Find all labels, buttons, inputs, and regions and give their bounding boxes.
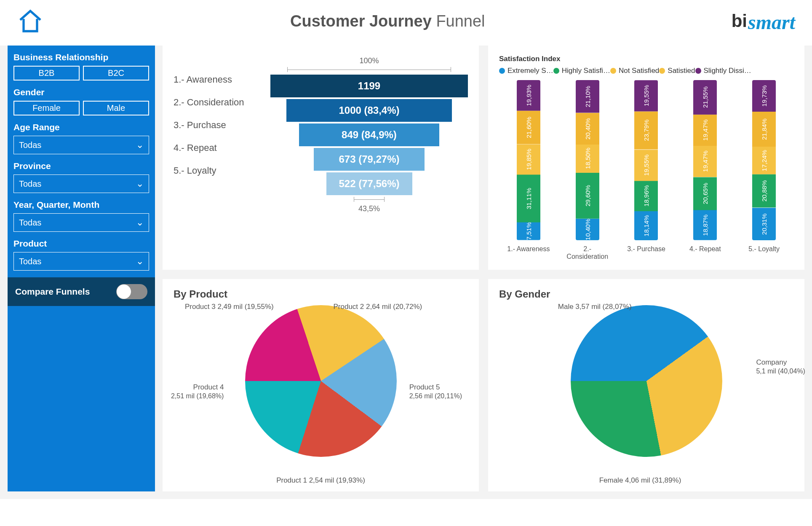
filter-select-product[interactable]: Todas ⌄ <box>13 252 149 271</box>
logo-script: smart <box>748 13 795 31</box>
by-product-card: By Product Product 2 2,64 mil (20,72%) P… <box>163 279 479 491</box>
logo: bismart <box>732 11 795 31</box>
funnel-bar: 522 (77,56%) <box>326 172 412 195</box>
filter-label-period: Year, Quarter, Month <box>13 200 149 210</box>
satisfaction-segment: 29,60% <box>576 173 599 219</box>
pie-label-product-3: Product 3 2,49 mil (19,55%) <box>185 303 274 311</box>
page-title-light: Funnel <box>436 12 485 30</box>
satisfaction-segment: 21,55% <box>693 80 717 115</box>
satisfaction-segment: 21,60% <box>517 111 540 144</box>
page-title-bold: Customer Journey <box>290 12 432 30</box>
by-gender-card: By Gender Male 3,57 mil (28,07%) Company… <box>488 279 804 491</box>
satisfaction-x-label: 3.- Purchase <box>617 245 676 253</box>
filter-label-product: Product <box>13 239 149 249</box>
funnel-stage-label: 5.- Loyalty <box>174 165 266 176</box>
funnel-bar: 1199 <box>270 75 468 97</box>
legend-dot-icon <box>695 68 701 74</box>
satisfaction-column: 7,51%31,11%19,85%21,60%19,93%1.- Awarene… <box>499 80 558 260</box>
compare-funnels-row: Compare Funnels <box>8 277 155 306</box>
funnel-stage-labels: 1.- Awareness2.- Consideration3.- Purcha… <box>174 55 266 215</box>
filter-label-business-relationship: Business Relationship <box>13 52 149 62</box>
funnel-bar: 849 (84,9%) <box>299 123 439 146</box>
chevron-down-icon: ⌄ <box>136 140 144 150</box>
logo-prefix: bi <box>732 11 747 31</box>
satisfaction-segment: 7,51% <box>517 222 540 240</box>
satisfaction-segment: 19,73% <box>752 80 776 112</box>
filter-btn-female[interactable]: Female <box>13 101 80 115</box>
satisfaction-segment: 20,40% <box>576 113 599 145</box>
header: Customer Journey Funnel bismart <box>0 0 812 46</box>
satisfaction-segment: 21,84% <box>752 112 776 147</box>
by-gender-title: By Gender <box>499 288 793 300</box>
satisfaction-x-label: 2.- Consideration <box>558 245 617 260</box>
funnel-stage-label: 4.- Repeat <box>174 142 266 153</box>
funnel-stage-label: 2.- Consideration <box>174 97 266 108</box>
satisfaction-column: 18,14%18,96%19,55%23,79%19,55%3.- Purcha… <box>617 80 676 260</box>
filter-btn-male[interactable]: Male <box>83 101 149 115</box>
satisfaction-segment: 20,65% <box>693 177 717 210</box>
satisfaction-legend: Satisfaction Index Extremely S…Highly Sa… <box>499 55 793 76</box>
funnel-chart: 100% 11991000 (83,4%)849 (84,9%)673 (79,… <box>270 55 468 215</box>
satisfaction-segment: 17,24% <box>752 147 776 174</box>
filter-label-gender: Gender <box>13 87 149 97</box>
filter-value-province: Todas <box>19 179 41 189</box>
satisfaction-segment: 19,93% <box>517 80 540 111</box>
satisfaction-segment: 18,96% <box>634 181 658 211</box>
page-title: Customer Journey Funnel <box>44 12 732 30</box>
filter-value-age-range: Todas <box>19 140 41 150</box>
satisfaction-segment: 20,31% <box>752 208 776 240</box>
satisfaction-column: 20,31%20,88%17,24%21,84%19,73%5.- Loyalt… <box>735 80 793 260</box>
satisfaction-stacked-chart: 7,51%31,11%19,85%21,60%19,93%1.- Awarene… <box>499 80 793 260</box>
filter-value-period: Todas <box>19 218 41 228</box>
legend-dot-icon <box>659 68 665 74</box>
compare-funnels-label: Compare Funnels <box>15 287 90 297</box>
funnel-top-pct: 100% <box>270 56 468 65</box>
satisfaction-x-label: 4.- Repeat <box>676 245 735 253</box>
filter-btn-b2b[interactable]: B2B <box>13 66 80 81</box>
satisfaction-segment: 10,40% <box>576 219 599 240</box>
satisfaction-segment: 19,85% <box>517 144 540 174</box>
satisfaction-segment: 19,47% <box>693 146 717 177</box>
funnel-stage-label: 3.- Purchase <box>174 120 266 131</box>
satisfaction-segment: 21,10% <box>576 80 599 113</box>
legend-item: Highly Satisfi… <box>553 67 610 75</box>
funnel-bottom-scale <box>354 197 385 203</box>
filter-label-age-range: Age Range <box>13 122 149 132</box>
pie-label-female: Female 4,06 mil (31,89%) <box>599 476 681 485</box>
pie-label-product-2: Product 2 2,64 mil (20,72%) <box>334 303 422 311</box>
satisfaction-segment: 23,79% <box>634 111 658 149</box>
pie-label-product-4: Product 4 2,51 mil (19,68%) <box>171 383 224 400</box>
legend-dot-icon <box>553 68 559 74</box>
satisfaction-x-label: 1.- Awareness <box>499 245 558 253</box>
funnel-bar: 673 (79,27%) <box>314 148 425 171</box>
satisfaction-segment: 18,50% <box>576 144 599 173</box>
legend-item: Not Satisfied <box>610 67 659 75</box>
filter-label-province: Province <box>13 161 149 171</box>
filter-select-period[interactable]: Todas ⌄ <box>13 213 149 232</box>
funnel-bottom-pct: 43,5% <box>270 204 468 213</box>
filter-select-province[interactable]: Todas ⌄ <box>13 174 149 193</box>
compare-funnels-toggle[interactable] <box>116 284 147 299</box>
by-product-title: By Product <box>174 288 468 300</box>
satisfaction-legend-title: Satisfaction Index <box>499 55 560 63</box>
satisfaction-segment: 18,14% <box>634 211 658 240</box>
legend-item: Extremely S… <box>499 67 553 75</box>
legend-item: Satistied <box>659 67 695 75</box>
satisfaction-segment: 18,87% <box>693 210 717 240</box>
pie-label-male: Male 3,57 mil (28,07%) <box>558 303 632 311</box>
home-icon[interactable] <box>17 8 44 35</box>
chevron-down-icon: ⌄ <box>136 256 144 267</box>
filter-value-product: Todas <box>19 257 41 266</box>
filter-btn-b2c[interactable]: B2C <box>83 66 149 81</box>
satisfaction-segment: 19,55% <box>634 80 658 111</box>
satisfaction-column: 10,40%29,60%18,50%20,40%21,10%2.- Consid… <box>558 80 617 260</box>
funnel-stage-label: 1.- Awareness <box>174 74 266 85</box>
funnel-bar: 1000 (83,4%) <box>286 99 452 122</box>
satisfaction-x-label: 5.- Loyalty <box>735 245 793 253</box>
chevron-down-icon: ⌄ <box>136 178 144 189</box>
satisfaction-segment: 20,88% <box>752 174 776 207</box>
filter-select-age-range[interactable]: Todas ⌄ <box>13 136 149 154</box>
funnel-card: 1.- Awareness2.- Consideration3.- Purcha… <box>163 46 479 270</box>
funnel-top-scale <box>287 67 451 73</box>
satisfaction-segment: 19,47% <box>693 115 717 146</box>
